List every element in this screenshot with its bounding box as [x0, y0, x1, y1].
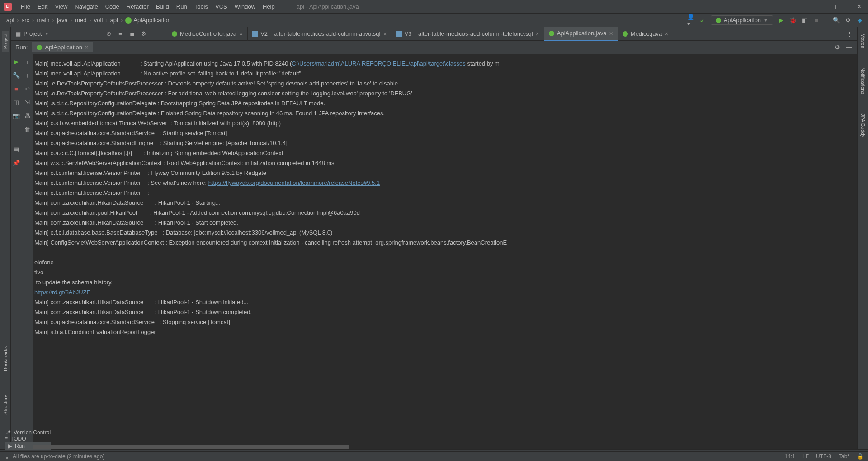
jpa-buddy-tool-tab[interactable]: JPA Buddy	[859, 111, 867, 140]
vcs-update-icon[interactable]: ↙	[699, 17, 706, 24]
file-encoding[interactable]: UTF-8	[816, 453, 831, 460]
menu-view[interactable]: View	[51, 3, 71, 10]
editor-tab[interactable]: V3__alter-table-medicos-add-column-telef…	[392, 27, 544, 41]
console-line: Main] o.apache.catalina.core.StandardSer…	[34, 128, 855, 138]
console-line: Main] s.b.a.l.ConditionEvaluationReportL…	[34, 327, 855, 337]
project-view-icon: ▤	[15, 30, 21, 37]
editor-tab[interactable]: ApiApplication.java×	[544, 27, 618, 41]
editor-tab-label: V3__alter-table-medicos-add-column-telef…	[405, 30, 533, 37]
close-icon[interactable]: ×	[239, 30, 243, 38]
search-icon[interactable]: 🔍	[833, 17, 840, 24]
close-icon[interactable]: ×	[665, 30, 668, 38]
console-line: Main] com.zaxxer.hikari.HikariDataSource…	[34, 218, 855, 228]
camera-icon[interactable]: 📷	[13, 112, 20, 119]
readonly-lock-icon[interactable]: 🔓	[857, 453, 863, 460]
breadcrumb-item[interactable]: ApiApplication	[123, 17, 172, 24]
menu-run[interactable]: Run	[173, 3, 191, 10]
breadcrumb-separator: ›	[104, 17, 108, 24]
console-line: elefone	[34, 258, 855, 268]
close-icon[interactable]: ×	[383, 30, 387, 38]
close-icon[interactable]: ×	[536, 30, 539, 38]
close-icon[interactable]: ×	[85, 44, 89, 51]
editor-tab[interactable]: Medico.java×	[618, 27, 674, 41]
layout-icon[interactable]: ◫	[13, 99, 20, 106]
menu-file[interactable]: File	[17, 3, 34, 10]
wrench-icon[interactable]: 🔧	[13, 71, 20, 79]
menu-refactor[interactable]: Refactor	[123, 3, 152, 10]
settings-icon[interactable]: ⚙	[844, 17, 852, 24]
menu-code[interactable]: Code	[102, 3, 123, 10]
run-button[interactable]: ▶	[778, 17, 785, 24]
breadcrumb-item[interactable]: src	[20, 17, 31, 24]
menu-navigate[interactable]: Navigate	[71, 3, 101, 10]
menu-edit[interactable]: Edit	[34, 3, 51, 10]
hide-icon[interactable]: —	[152, 30, 159, 38]
console-line: Main] com.zaxxer.hikari.HikariDataSource…	[34, 297, 855, 307]
indent-info[interactable]: Tab*	[839, 453, 849, 460]
breadcrumb-item[interactable]: api	[108, 17, 120, 24]
pin-icon[interactable]: 📌	[13, 159, 20, 166]
clear-icon[interactable]: 🗑	[24, 126, 31, 133]
java-icon	[549, 31, 554, 36]
up-icon[interactable]: ↑	[24, 58, 31, 65]
menu-help[interactable]: Help	[259, 3, 278, 10]
run-tab[interactable]: ApiApplication ×	[32, 42, 93, 52]
close-icon[interactable]: ×	[609, 30, 613, 37]
coverage-button[interactable]: ◧	[801, 17, 808, 24]
minimize-icon[interactable]: —	[810, 3, 821, 10]
console-link[interactable]: C:\Users\mariadm\ALURA REFORÇO ELIEL\api…	[292, 60, 465, 67]
editor-tab[interactable]: MedicoController.java×	[167, 27, 248, 41]
menu-build[interactable]: Build	[152, 3, 173, 10]
run-toolbar-primary: ▶ 🔧 ■ ◫ 📷 ▤ 📌	[11, 54, 22, 449]
code-with-me-icon[interactable]: ◆	[856, 17, 863, 24]
tool-icon: ⎇	[5, 429, 11, 436]
project-tool-tab[interactable]: Project	[2, 31, 9, 52]
down-icon[interactable]: ↓	[24, 71, 31, 79]
menu-tools[interactable]: Tools	[191, 3, 212, 10]
gear-icon[interactable]: ⚙	[140, 30, 147, 38]
editor-tab-label: Medico.java	[631, 30, 662, 37]
breadcrumb-item[interactable]: java	[55, 17, 70, 24]
console-line: Main] o.f.c.internal.license.VersionPrin…	[34, 178, 855, 188]
console-link[interactable]: https://flywaydb.org/documentation/learn…	[208, 179, 380, 186]
maven-tool-tab[interactable]: Maven	[859, 31, 867, 51]
caret-position[interactable]: 14:1	[785, 453, 795, 460]
notifications-tool-tab[interactable]: Notifications	[859, 65, 867, 97]
gear-icon[interactable]: ⚙	[834, 44, 841, 51]
horizontal-scrollbar[interactable]	[33, 445, 349, 449]
run-configuration-selector[interactable]: ApiApplication ▼	[711, 15, 773, 25]
stop-button[interactable]: ■	[813, 17, 820, 24]
breadcrumb-item[interactable]: voll	[92, 17, 105, 24]
breadcrumb-item[interactable]: main	[35, 17, 51, 24]
user-icon[interactable]: 👤▾	[687, 17, 694, 24]
tabs-menu-icon[interactable]: ⋮	[847, 30, 853, 37]
rerun-button[interactable]: ▶	[13, 58, 20, 65]
expand-all-icon[interactable]: ≡	[117, 30, 124, 38]
layout-settings-icon[interactable]: ▤	[13, 146, 20, 153]
hide-icon[interactable]: —	[845, 44, 853, 51]
debug-button[interactable]: 🐞	[789, 17, 797, 24]
soft-wrap-icon[interactable]: ↩	[24, 85, 31, 92]
vcs-status-icon[interactable]: ⭳	[5, 453, 10, 460]
editor-tab[interactable]: V2__alter-table-medicos-add-column-ativo…	[248, 27, 392, 41]
line-separator[interactable]: LF	[802, 453, 809, 460]
menu-window[interactable]: Window	[231, 3, 259, 10]
maximize-icon[interactable]: ▢	[832, 3, 843, 10]
breadcrumb-item[interactable]: med	[73, 17, 88, 24]
breadcrumb-item[interactable]: api	[5, 17, 16, 24]
close-icon[interactable]: ✕	[854, 3, 864, 10]
structure-tool-tab[interactable]: Structure	[2, 392, 9, 418]
select-opened-file-icon[interactable]: ⊙	[105, 30, 112, 38]
console-line: tivo	[34, 268, 855, 278]
menu-vcs[interactable]: VCS	[212, 3, 231, 10]
print-icon[interactable]: 🖶	[24, 112, 31, 119]
console-output[interactable]: Main] med.voll.api.ApiApplication : Star…	[33, 54, 857, 449]
console-link[interactable]: https://rd.gt/3AbJUZE	[34, 289, 90, 296]
bookmarks-tool-tab[interactable]: Bookmarks	[2, 343, 9, 374]
collapse-all-icon[interactable]: ≣	[128, 30, 136, 38]
chevron-down-icon[interactable]: ▼	[44, 31, 49, 36]
scroll-end-icon[interactable]: ⇲	[24, 99, 31, 106]
run-config-label: ApiApplication	[724, 17, 761, 24]
stop-icon[interactable]: ■	[13, 85, 20, 92]
bottom-tab-label: TODO	[10, 436, 26, 442]
